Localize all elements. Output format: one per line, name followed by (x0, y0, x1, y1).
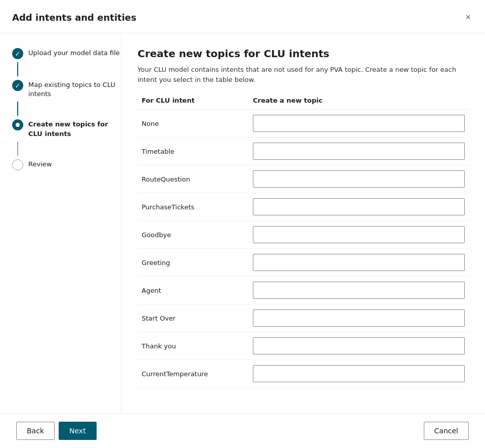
cancel-button[interactable]: Cancel (424, 422, 469, 440)
topic-input[interactable] (253, 143, 465, 160)
topic-input[interactable] (253, 337, 465, 354)
modal: Add intents and entities × ✓ Upload your… (0, 0, 485, 448)
topic-cell (249, 277, 469, 304)
table-row: Timetable (138, 138, 469, 165)
table-row: PurchaseTickets (138, 193, 469, 221)
topic-input[interactable] (253, 254, 465, 271)
topic-input[interactable] (253, 309, 465, 327)
step-create-label: Create new topics for CLU intents (28, 119, 121, 138)
topic-input[interactable] (253, 115, 465, 132)
intent-cell: None (138, 110, 249, 138)
step-review-icon (12, 159, 23, 170)
col-header-intent: For CLU intent (138, 97, 249, 110)
intent-table: For CLU intent Create a new topic NoneTi… (138, 97, 469, 388)
step-upload-label: Upload your model data file (28, 48, 120, 58)
footer-left-buttons: Back Next (16, 422, 97, 440)
table-row: Greeting (138, 249, 469, 277)
intent-cell: Start Over (138, 304, 249, 332)
topic-input[interactable] (253, 365, 465, 382)
modal-header: Add intents and entities × (0, 0, 485, 33)
step-review: Review (12, 157, 121, 172)
table-row: Goodbye (138, 221, 469, 249)
sidebar: ✓ Upload your model data file ✓ Map exis… (0, 33, 121, 413)
topic-cell (249, 249, 469, 277)
step-review-label: Review (28, 159, 52, 169)
step-map: ✓ Map existing topics to CLU intents (12, 77, 121, 101)
checkmark-icon-2: ✓ (15, 82, 21, 89)
step-create-dot (16, 123, 20, 127)
step-create-icon (12, 119, 23, 130)
back-button[interactable]: Back (16, 422, 55, 440)
table-row: Agent (138, 277, 469, 304)
topic-cell (249, 193, 469, 221)
topic-cell (249, 138, 469, 165)
step-upload-icon: ✓ (12, 48, 23, 59)
topic-input[interactable] (253, 282, 465, 299)
intent-cell: Thank you (138, 332, 249, 360)
topic-cell (249, 360, 469, 388)
close-button[interactable]: × (463, 10, 473, 25)
page-title: Create new topics for CLU intents (138, 48, 469, 60)
topic-cell (249, 110, 469, 138)
modal-body: ✓ Upload your model data file ✓ Map exis… (0, 33, 485, 413)
table-row: RouteQuestion (138, 165, 469, 193)
intent-cell: PurchaseTickets (138, 193, 249, 221)
intent-cell: Greeting (138, 249, 249, 277)
next-button[interactable]: Next (59, 422, 97, 440)
connector-3 (17, 142, 18, 156)
close-icon: × (465, 12, 471, 23)
step-create: Create new topics for CLU intents (12, 117, 121, 140)
topic-cell (249, 165, 469, 193)
intent-cell: Timetable (138, 138, 249, 165)
intent-cell: CurrentTemperature (138, 360, 249, 388)
intent-cell: RouteQuestion (138, 165, 249, 193)
intent-cell: Goodbye (138, 221, 249, 249)
page-description: Your CLU model contains intents that are… (138, 65, 469, 84)
connector-2 (17, 102, 18, 116)
table-row: CurrentTemperature (138, 360, 469, 388)
step-upload: ✓ Upload your model data file (12, 46, 121, 61)
table-row: None (138, 110, 469, 138)
connector-1 (17, 62, 18, 76)
col-header-topic: Create a new topic (249, 97, 469, 110)
topic-cell (249, 332, 469, 360)
modal-footer: Back Next Cancel (0, 413, 485, 448)
topic-input[interactable] (253, 198, 465, 215)
step-map-icon: ✓ (12, 80, 23, 91)
intent-cell: Agent (138, 277, 249, 304)
main-content: Create new topics for CLU intents Your C… (121, 33, 485, 413)
modal-title: Add intents and entities (12, 12, 137, 23)
topic-input[interactable] (253, 226, 465, 243)
table-row: Start Over (138, 304, 469, 332)
topic-cell (249, 304, 469, 332)
topic-input[interactable] (253, 170, 465, 188)
step-map-label: Map existing topics to CLU intents (28, 79, 121, 99)
topic-cell (249, 221, 469, 249)
table-row: Thank you (138, 332, 469, 360)
checkmark-icon: ✓ (15, 50, 21, 58)
